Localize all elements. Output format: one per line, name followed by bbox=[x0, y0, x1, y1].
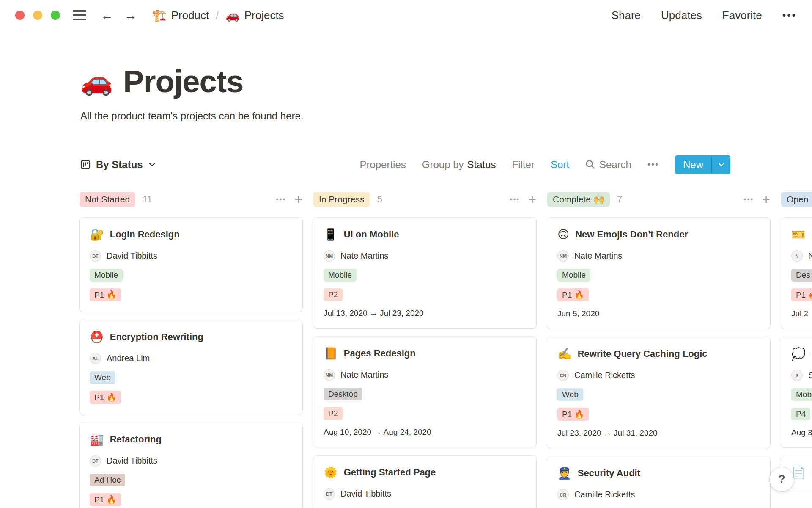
column-in-progress: In Progress 5 ••• + 📱 UI on Mobile NM Na… bbox=[313, 190, 536, 508]
assignee-name: Nate Martins bbox=[574, 251, 622, 261]
search-button[interactable]: Search bbox=[585, 159, 631, 171]
filter-button[interactable]: Filter bbox=[512, 159, 535, 171]
search-icon bbox=[585, 160, 595, 169]
platform-tag: Mob bbox=[791, 388, 812, 401]
project-card[interactable]: 💭 C S S Mob P4 Aug 3 bbox=[781, 337, 812, 447]
assignee-name: N bbox=[808, 251, 812, 261]
updates-button[interactable]: Updates bbox=[661, 9, 702, 22]
minimize-window-button[interactable] bbox=[33, 11, 42, 20]
priority-tag: P2 bbox=[324, 288, 343, 301]
priority-tag: P1 🔥 bbox=[90, 288, 121, 301]
more-options-icon[interactable]: ••• bbox=[782, 9, 797, 21]
breadcrumb-item-product[interactable]: 🏗️ Product bbox=[152, 8, 209, 22]
favorite-button[interactable]: Favorite bbox=[722, 9, 762, 22]
page-title[interactable]: Projects bbox=[123, 64, 243, 99]
avatar: DT bbox=[90, 250, 101, 262]
sort-button[interactable]: Sort bbox=[551, 159, 569, 171]
avatar: AL bbox=[90, 353, 101, 364]
project-card[interactable]: 🏭 Refactoring DT David Tibbitts Ad Hoc P… bbox=[80, 422, 302, 508]
project-card[interactable]: 📱 UI on Mobile NM Nate Martins Mobile P2… bbox=[313, 218, 536, 328]
card-title: Pages Redesign bbox=[344, 348, 416, 359]
window-top-bar: ← → 🏗️ Product / 🚗 Projects Share Update… bbox=[0, 0, 812, 30]
card-assignee: DT David Tibbitts bbox=[90, 455, 292, 467]
assignee-name: David Tibbitts bbox=[107, 251, 157, 261]
card-assignee: CR Camille Ricketts bbox=[557, 489, 760, 501]
window-controls bbox=[15, 11, 60, 20]
orange-book-emoji-icon: 📙 bbox=[324, 348, 338, 359]
priority-tag: P1 🔥 bbox=[557, 408, 589, 421]
view-switcher-label: By Status bbox=[96, 159, 143, 171]
back-arrow-icon[interactable]: ← bbox=[101, 8, 113, 22]
status-badge[interactable]: Open bbox=[781, 192, 812, 207]
help-button[interactable]: ? bbox=[770, 467, 794, 491]
status-badge[interactable]: Complete 🙌 bbox=[547, 192, 610, 207]
new-button[interactable]: New bbox=[675, 155, 730, 174]
column-more-icon[interactable]: ••• bbox=[276, 195, 286, 204]
priority-tag: P1 🔥 bbox=[557, 288, 589, 301]
column-add-icon[interactable]: + bbox=[294, 193, 302, 206]
project-card[interactable]: 🌞 Getting Started Page DT David Tibbitts bbox=[313, 456, 536, 508]
forward-arrow-icon[interactable]: → bbox=[124, 8, 137, 22]
project-card[interactable]: 👮 Security Audit CR Camille Ricketts bbox=[547, 456, 770, 508]
locked-with-key-emoji-icon: 🔐 bbox=[90, 229, 104, 240]
platform-tag: Web bbox=[90, 371, 115, 384]
project-card[interactable]: ⛑️ Encryption Rewriting AL Andrea Lim We… bbox=[80, 320, 302, 414]
breadcrumb-label: Product bbox=[171, 9, 209, 22]
project-card[interactable]: 🎫 P N N Des P1 🔥 Jul 2 bbox=[781, 218, 812, 329]
card-date-range: Jul 13, 2020 → Jul 23, 2020 bbox=[324, 309, 526, 318]
card-assignee: AL Andrea Lim bbox=[90, 352, 292, 364]
avatar: DT bbox=[90, 455, 101, 467]
project-card[interactable]: 🙃 New Emojis Don't Render NM Nate Martin… bbox=[547, 218, 770, 329]
priority-tag: P1 🔥 bbox=[90, 391, 121, 404]
new-button-label[interactable]: New bbox=[675, 155, 711, 174]
view-switcher-by-status[interactable]: By Status bbox=[80, 159, 156, 171]
hamburger-menu-icon[interactable] bbox=[73, 10, 86, 20]
project-card[interactable]: 📙 Pages Redesign NM Nate Martins Desktop… bbox=[313, 337, 536, 447]
breadcrumb-item-projects[interactable]: 🚗 Projects bbox=[225, 8, 284, 22]
page-icon-car-emoji[interactable]: 🚗 bbox=[80, 68, 113, 94]
toolbar-more-icon[interactable]: ••• bbox=[647, 160, 659, 169]
avatar: S bbox=[791, 370, 803, 381]
column-not-started: Not Started 11 ••• + 🔐 Login Redesign DT… bbox=[80, 190, 302, 508]
card-date-range: Aug 10, 2020 → Aug 24, 2020 bbox=[324, 428, 526, 437]
page-description[interactable]: All the product team's projects can be f… bbox=[80, 110, 812, 122]
card-assignee: DT David Tibbitts bbox=[90, 250, 292, 262]
platform-tag: Mobile bbox=[557, 269, 590, 282]
new-button-chevron[interactable] bbox=[712, 155, 730, 174]
card-count: 7 bbox=[617, 194, 622, 205]
group-by-value: Status bbox=[467, 159, 496, 171]
status-badge[interactable]: In Progress bbox=[313, 192, 370, 207]
priority-tag: P1 🔥 bbox=[90, 493, 121, 506]
zoom-window-button[interactable] bbox=[51, 11, 60, 20]
kanban-board: Not Started 11 ••• + 🔐 Login Redesign DT… bbox=[80, 190, 812, 508]
topbar-actions: Share Updates Favorite ••• bbox=[612, 9, 797, 22]
platform-tag: Mobile bbox=[90, 269, 123, 282]
column-add-icon[interactable]: + bbox=[762, 193, 770, 206]
board-view-icon bbox=[80, 160, 91, 170]
project-card[interactable]: 🔐 Login Redesign DT David Tibbitts Mobil… bbox=[80, 218, 302, 312]
group-by-button[interactable]: Group by Status bbox=[422, 159, 496, 171]
platform-tag: Ad Hoc bbox=[90, 474, 125, 486]
avatar: CR bbox=[557, 489, 569, 500]
status-badge[interactable]: Not Started bbox=[80, 192, 135, 207]
column-more-icon[interactable]: ••• bbox=[510, 195, 520, 204]
writing-hand-emoji-icon: ✍️ bbox=[557, 348, 572, 360]
chevron-down-icon bbox=[148, 162, 156, 167]
platform-tag: Des bbox=[791, 269, 812, 282]
column-add-icon[interactable]: + bbox=[528, 193, 536, 206]
share-button[interactable]: Share bbox=[612, 9, 641, 22]
card-assignee: NM Nate Martins bbox=[324, 250, 526, 262]
properties-button[interactable]: Properties bbox=[359, 159, 406, 171]
column-more-icon[interactable]: ••• bbox=[743, 195, 754, 204]
project-card[interactable]: ✍️ Rewrite Query Caching Logic CR Camill… bbox=[547, 337, 770, 448]
card-assignee: N N bbox=[791, 250, 812, 262]
assignee-name: Camille Ricketts bbox=[574, 490, 635, 500]
card-assignee: DT David Tibbitts bbox=[324, 488, 526, 500]
platform-tag: Web bbox=[557, 388, 583, 401]
column-header: Open bbox=[781, 190, 812, 208]
avatar: NM bbox=[557, 250, 569, 262]
card-date-range: Jul 23, 2020 → Jul 31, 2020 bbox=[557, 428, 760, 438]
ticket-emoji-icon: 🎫 bbox=[791, 229, 806, 240]
car-emoji-icon: 🚗 bbox=[225, 8, 240, 22]
close-window-button[interactable] bbox=[15, 11, 25, 20]
